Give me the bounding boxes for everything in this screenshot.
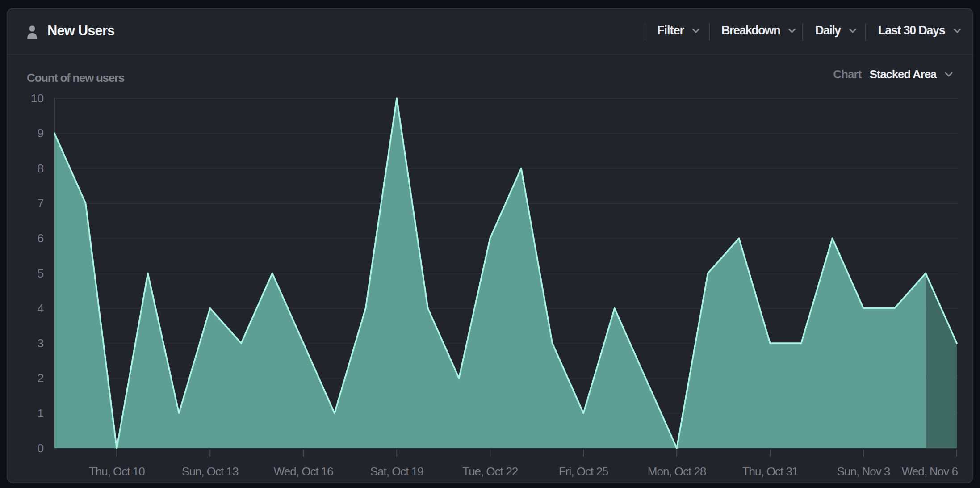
date-range-button[interactable]: Last 30 Days — [878, 8, 963, 53]
filter-button[interactable]: Filter — [657, 8, 702, 53]
series-line — [54, 98, 957, 448]
card-title: New Users — [47, 23, 114, 39]
x-axis-label: Wed, Nov 6 — [902, 465, 958, 478]
card-header: New Users Filter Breakdown Daily Last 30… — [8, 9, 972, 55]
y-axis-label: 9 — [38, 126, 44, 140]
y-axis-label: 7 — [38, 197, 44, 210]
chart-type-label: Chart — [833, 67, 861, 81]
date-range-button-label: Last 30 Days — [878, 24, 945, 38]
interval-button-label: Daily — [815, 24, 841, 38]
chevron-down-icon — [690, 25, 702, 36]
x-axis-label: Thu, Oct 31 — [742, 465, 798, 478]
y-axis-label: 1 — [38, 407, 44, 420]
x-axis-label: Sat, Oct 19 — [370, 465, 424, 478]
chevron-down-icon — [951, 25, 963, 36]
toolbar-separator — [645, 23, 645, 41]
area-fill — [54, 98, 926, 448]
x-axis-label: Sun, Oct 13 — [182, 465, 239, 478]
chart-type-value: Stacked Area — [870, 67, 936, 81]
filter-button-label: Filter — [657, 24, 684, 38]
area-fill-incomplete — [926, 273, 957, 449]
y-axis-label: 10 — [31, 92, 44, 105]
y-axis-label: 8 — [38, 162, 44, 175]
y-axis-label: 0 — [38, 442, 44, 455]
insight-card: New Users Filter Breakdown Daily Last 30… — [7, 8, 973, 483]
interval-button[interactable]: Daily — [815, 8, 859, 53]
chevron-down-icon — [943, 68, 955, 80]
person-icon — [27, 25, 38, 39]
chevron-down-icon — [847, 25, 859, 36]
y-axis-label: 4 — [38, 302, 44, 315]
toolbar-separator — [865, 23, 866, 41]
series-label: Count of new users — [27, 71, 124, 85]
toolbar-separator — [802, 23, 803, 41]
y-axis-label: 2 — [38, 371, 44, 385]
chevron-down-icon — [786, 25, 798, 36]
header-divider — [8, 54, 972, 55]
toolbar-separator — [709, 23, 710, 41]
breakdown-button-label: Breakdown — [721, 24, 780, 38]
y-axis-label: 3 — [38, 337, 44, 350]
y-axis-label: 6 — [38, 231, 44, 245]
breakdown-button[interactable]: Breakdown — [721, 8, 798, 53]
x-axis-label: Sun, Nov 3 — [837, 465, 890, 478]
x-axis-label: Fri, Oct 25 — [559, 465, 608, 478]
x-axis-label: Thu, Oct 10 — [89, 465, 145, 478]
area-chart: 012345678910Thu, Oct 10Sun, Oct 13Wed, O… — [7, 8, 973, 482]
x-axis-label: Tue, Oct 22 — [462, 465, 518, 478]
chart-type-picker[interactable]: Chart Stacked Area — [833, 64, 955, 84]
x-axis-label: Mon, Oct 28 — [648, 465, 706, 478]
y-axis-label: 5 — [38, 267, 44, 280]
x-axis-label: Wed, Oct 16 — [274, 465, 334, 478]
